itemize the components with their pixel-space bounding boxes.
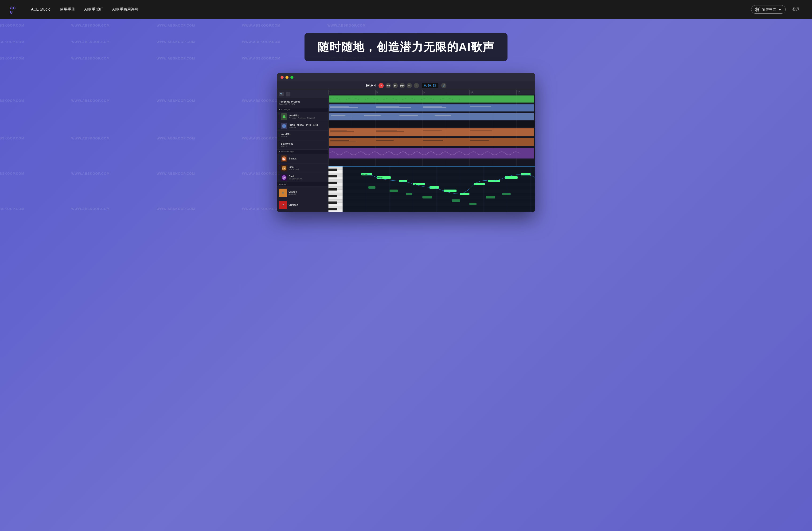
sidebar-section-ai[interactable]: ▶ AI Singer <box>277 108 328 112</box>
svg-text:17: 17 <box>517 91 520 93</box>
loop-button[interactable]: ⟳ <box>407 83 412 88</box>
svg-rect-104 <box>452 199 460 202</box>
window-minimize-button[interactable] <box>286 76 289 79</box>
track-sub: NOTE, DIAL <box>289 168 327 170</box>
section-arrow-icon: ▶ <box>279 108 280 111</box>
window-maximize-button[interactable] <box>290 76 293 79</box>
svg-text:DV: DV <box>282 177 286 179</box>
window-close-button[interactable] <box>280 76 284 79</box>
track-item-3[interactable]: VocalMix 100 v 6 <box>277 131 328 140</box>
track-sub: Sing Equally All <box>289 178 327 180</box>
section-label: AI Singer <box>281 108 290 111</box>
play-button[interactable]: ▶ <box>393 83 398 88</box>
nav-link-audition[interactable]: AI歌手试听 <box>84 7 103 12</box>
track-sub: ANALOG <box>289 193 327 195</box>
pr-select-tool[interactable]: ✦ <box>331 161 335 164</box>
track-list: ▶ AI Singer VocalMix Primrose · Florigen… <box>277 108 328 212</box>
record-button[interactable]: ● <box>378 83 384 88</box>
language-selector[interactable]: A 简体中文 ▼ <box>751 5 786 14</box>
track-avatar <box>281 113 287 120</box>
svg-text:e: e <box>10 9 13 15</box>
headline-box: 随时随地，创造潜力无限的AI歌声 <box>304 33 508 61</box>
track-item-2[interactable]: Frizia · Mindal · PHp · B.43 PRG S-0 <box>277 121 328 131</box>
track-name: David <box>289 175 327 178</box>
volume-icon[interactable]: 🔊 <box>441 83 446 88</box>
track-avatar: BL <box>281 155 287 162</box>
region-blue-2[interactable] <box>329 113 534 121</box>
login-button[interactable]: 登录 <box>789 6 802 13</box>
track-color-bar <box>279 165 279 171</box>
svg-rect-57 <box>329 182 337 184</box>
time-display: 0:00:03 <box>422 83 438 88</box>
track-name: VocalMix <box>289 114 327 117</box>
nav-link-commercial[interactable]: AI歌手商用许可 <box>112 7 139 12</box>
window-chrome <box>277 73 535 81</box>
headline-wrapper: 随时随地，创造潜力无限的AI歌声 <box>10 33 802 61</box>
region-orange-2[interactable] <box>329 138 534 146</box>
track-info: David Sing Equally All <box>289 175 327 180</box>
svg-point-6 <box>283 115 285 117</box>
region-green-1[interactable] <box>329 96 534 102</box>
svg-rect-73 <box>343 196 535 199</box>
piano-roll-toolbar: ✦ ✎ ◻ ⊞ Flac ↓ Save <box>329 159 535 166</box>
track-avatar <box>281 123 287 129</box>
sidebar-icon-add[interactable]: + <box>286 92 290 96</box>
track-avatar: DV <box>281 174 287 181</box>
track-item-david[interactable]: DV David Sing Equally All <box>277 173 328 182</box>
track-item-crimson[interactable]: 🎤 Crimson <box>277 199 328 211</box>
track-item-blackvoice[interactable]: BlackVoice 124 v 0 <box>277 140 328 150</box>
sidebar-top: 🔍 + <box>277 90 328 98</box>
track-name: Orange <box>289 191 327 193</box>
project-title: Template Project <box>279 100 326 103</box>
forward-button[interactable]: ▶▶ <box>400 83 405 88</box>
nav-link-manual[interactable]: 使用手册 <box>60 7 75 12</box>
track-item-tangerine[interactable]: 🎵 Tangerine <box>277 211 328 212</box>
svg-rect-55 <box>329 169 337 171</box>
svg-rect-94 <box>460 193 469 195</box>
singer-orange-avatar: 🎵 <box>279 188 287 197</box>
svg-rect-101 <box>390 190 398 192</box>
logo[interactable]: ac e <box>10 4 20 15</box>
svg-rect-92 <box>430 186 439 188</box>
svg-rect-103 <box>422 196 432 198</box>
track-item-lian[interactable]: LN Lian NOTE, DIAL <box>277 164 328 173</box>
piano-roll-section: snippall orange text <box>329 166 535 212</box>
pr-save-btn[interactable]: ↓ Save <box>526 162 533 164</box>
nav-right: A 简体中文 ▼ 登录 <box>751 5 802 14</box>
svg-rect-14 <box>329 90 535 95</box>
rewind-button[interactable]: ◀◀ <box>386 83 391 88</box>
track-item-1[interactable]: VocalMix Primrose · Florigene · Propenol <box>277 112 328 121</box>
track-color-bar <box>279 174 279 181</box>
svg-rect-64 <box>343 167 535 170</box>
navbar: ac e ACE Studio 使用手册 AI歌手试听 AI歌手商用许可 A 简… <box>0 0 812 19</box>
svg-text:9: 9 <box>423 91 424 93</box>
svg-rect-65 <box>343 170 535 173</box>
region-purple[interactable] <box>329 148 534 158</box>
track-item-blanca[interactable]: BL Blanca <box>277 154 328 164</box>
piano-roll-notes: snippall orange text <box>343 167 535 212</box>
sidebar-section-official[interactable]: ▶ Official Singer <box>277 150 328 154</box>
pr-pencil-tool[interactable]: ✎ <box>337 161 342 164</box>
region-blue-1[interactable] <box>329 104 534 111</box>
track-info: Frizia · Mindal · PHp · B.43 PRG S-0 <box>289 124 327 128</box>
svg-rect-58 <box>329 188 337 191</box>
nav-link-ace-studio[interactable]: ACE Studio <box>31 7 50 12</box>
beats-value: 4 <box>374 84 376 87</box>
svg-rect-68 <box>343 180 535 183</box>
sidebar-section-singers[interactable]: ANALOG <box>277 182 328 187</box>
svg-text:LN: LN <box>282 167 285 170</box>
pr-erase-tool[interactable]: ◻ <box>344 161 348 164</box>
track-name: BlackVoice <box>281 142 327 145</box>
sidebar-icon-search[interactable]: 🔍 <box>279 92 284 96</box>
region-orange-1[interactable] <box>329 128 534 136</box>
track-name: Frizia · Mindal · PHp · B.43 <box>289 124 327 126</box>
track-info: BlackVoice 124 v 0 <box>281 142 327 147</box>
timeline-ruler: 1 5 9 13 17 <box>329 90 535 95</box>
svg-rect-74 <box>343 199 535 203</box>
track-item-orange[interactable]: 🎵 Orange ANALOG <box>277 187 328 199</box>
track-lane-blue1 <box>329 103 535 112</box>
headline-text: 随时随地，创造潜力无限的AI歌声 <box>318 40 494 55</box>
track-avatar: LN <box>281 165 287 171</box>
metronome-button[interactable]: ♩ <box>414 83 419 88</box>
track-sub: Primrose · Florigene · Propenol <box>289 117 327 119</box>
